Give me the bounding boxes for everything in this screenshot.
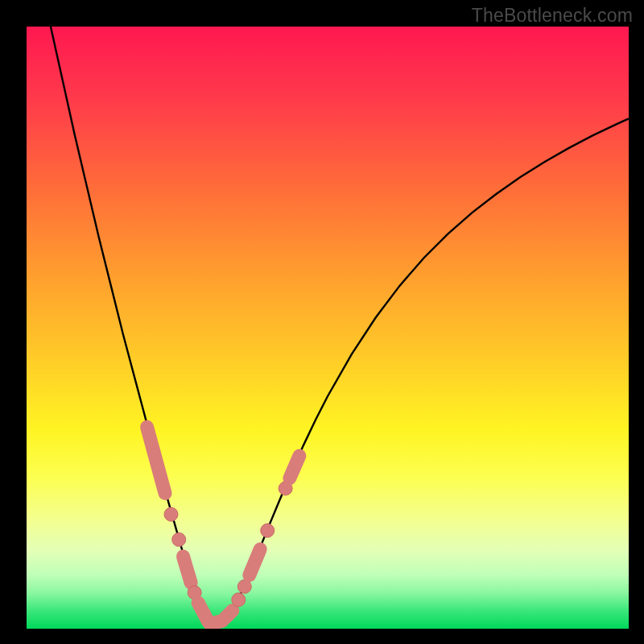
bottleneck-curve — [51, 27, 629, 625]
svg-point-1 — [164, 507, 178, 521]
svg-line-0 — [147, 427, 165, 493]
svg-line-10 — [250, 549, 260, 575]
watermark-text: TheBottleneck.com — [472, 5, 633, 27]
chart-svg — [27, 27, 629, 629]
svg-line-3 — [183, 556, 191, 583]
data-markers — [147, 427, 299, 624]
svg-line-7 — [225, 611, 233, 618]
svg-point-8 — [232, 593, 246, 607]
svg-point-11 — [261, 524, 275, 538]
svg-point-2 — [172, 533, 186, 547]
svg-line-13 — [290, 456, 299, 478]
